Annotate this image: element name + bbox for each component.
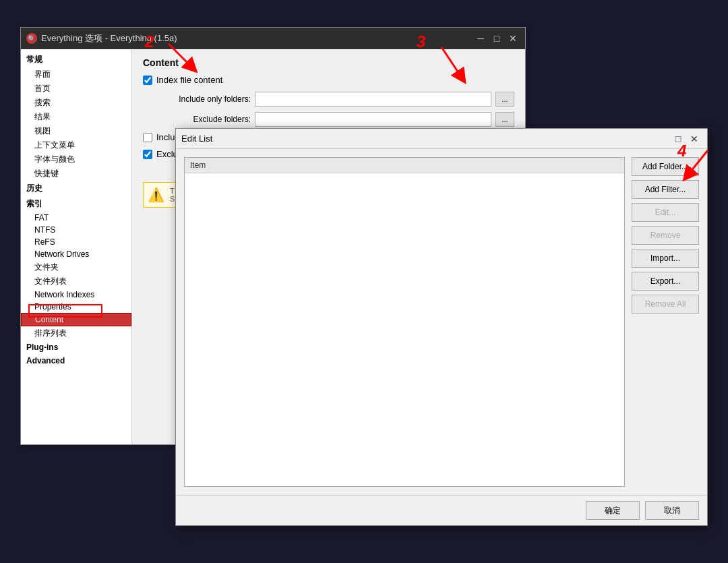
sidebar-item-shortcuts[interactable]: 快捷键 [21,167,131,181]
remove-all-button[interactable]: Remove All [632,295,699,314]
close-button[interactable]: ✕ [506,32,520,45]
exclude-folders-input[interactable] [255,112,491,127]
main-title-bar: 🔍 Everything 选项 - Everything (1.5a) ─ □ … [21,28,525,49]
sidebar-item-general[interactable]: 常规 [21,52,131,67]
sidebar-item-home[interactable]: 首页 [21,82,131,96]
warning-icon: ⚠️ [148,187,164,203]
main-window-title: Everything 选项 - Everything (1.5a) [41,32,177,45]
app-icon: 🔍 [26,33,37,44]
include-folders-input[interactable] [255,92,491,107]
maximize-button[interactable]: □ [490,32,504,45]
warning-text: T S [170,187,175,203]
sidebar-item-results[interactable]: 结果 [21,110,131,124]
add-folder-button[interactable]: Add Folder... [632,157,699,176]
remove-button[interactable]: Remove [632,226,699,245]
cancel-button[interactable]: 取消 [645,501,699,520]
dialog-maximize-button[interactable]: □ [671,131,686,146]
list-header: Item [185,158,624,173]
sidebar-item-plugins[interactable]: Plug-ins [21,340,131,354]
include-folders-label: Include only folders: [143,94,251,104]
include-only-checkbox[interactable] [143,133,152,142]
sidebar-item-fat[interactable]: FAT [21,212,131,224]
sidebar-item-properties[interactable]: Properties [21,301,131,313]
index-file-content-checkbox[interactable] [143,76,152,85]
dialog-title-bar: Edit List □ ✕ [176,129,707,149]
warning-line1: T [170,187,175,195]
sidebar-item-refs[interactable]: ReFS [21,236,131,248]
edit-list-dialog: Edit List □ ✕ Item Add Folder... Add Fil… [175,128,708,526]
sidebar-item-folders[interactable]: 文件夹 [21,260,131,274]
import-button[interactable]: Import... [632,249,699,268]
exclude-file-checkbox[interactable] [143,150,152,159]
sidebar-item-networkindexes[interactable]: Network Indexes [21,289,131,301]
sidebar-item-content[interactable]: Content [21,313,131,326]
dialog-title: Edit List [181,134,212,144]
sidebar-item-networkdrives[interactable]: Network Drives [21,248,131,260]
sidebar-item-sortorder[interactable]: 排序列表 [21,326,131,340]
confirm-button[interactable]: 确定 [586,501,640,520]
sidebar-item-search[interactable]: 搜索 [21,96,131,110]
item-list-area: Item [184,157,625,487]
dialog-body: Item Add Folder... Add Filter... Edit...… [176,149,707,495]
exclude-folders-label: Exclude folders: [143,115,251,124]
title-bar-left: 🔍 Everything 选项 - Everything (1.5a) [26,32,177,45]
dialog-actions: Add Folder... Add Filter... Edit... Remo… [632,157,699,487]
title-bar-buttons: ─ □ ✕ [474,32,520,45]
include-folders-browse[interactable]: ... [495,92,514,107]
sidebar-item-history[interactable]: 历史 [21,181,131,196]
sidebar: 常规 界面 首页 搜索 结果 视图 上下文菜单 字体与颜色 快捷键 历史 索引 … [21,49,132,444]
sidebar-item-advanced[interactable]: Advanced [21,354,131,367]
index-file-content-row: Index file content [143,75,514,85]
sidebar-item-fonts[interactable]: 字体与颜色 [21,152,131,167]
sidebar-item-ui[interactable]: 界面 [21,67,131,82]
list-content [185,173,624,443]
sidebar-item-view[interactable]: 视图 [21,124,131,138]
sidebar-item-index[interactable]: 索引 [21,196,131,212]
dialog-close-button[interactable]: ✕ [687,131,702,146]
export-button[interactable]: Export... [632,272,699,291]
index-file-content-label: Index file content [156,75,222,85]
exclude-folders-browse[interactable]: ... [495,112,514,127]
exclude-folders-row: Exclude folders: ... [143,112,514,127]
include-folders-row: Include only folders: ... [143,92,514,107]
minimize-button[interactable]: ─ [474,32,487,45]
sidebar-item-ntfs[interactable]: NTFS [21,224,131,236]
edit-button[interactable]: Edit... [632,203,699,222]
sidebar-item-contextmenu[interactable]: 上下文菜单 [21,138,131,152]
warning-line2: S [170,195,175,203]
dialog-footer: 确定 取消 [176,495,707,525]
add-filter-button[interactable]: Add Filter... [632,180,699,199]
sidebar-item-filelist[interactable]: 文件列表 [21,274,131,289]
content-section-title: Content [143,57,514,68]
dialog-title-buttons: □ ✕ [671,131,702,146]
